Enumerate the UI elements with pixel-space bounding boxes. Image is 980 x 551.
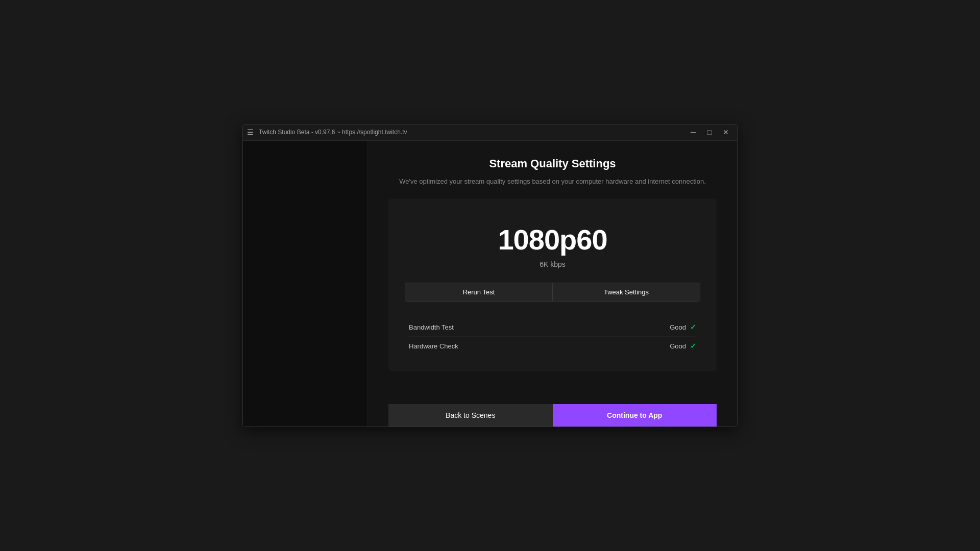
hardware-check-item: Hardware Check Good ✓ bbox=[409, 337, 696, 355]
main-content: Stream Quality Settings We've optimized … bbox=[368, 141, 737, 427]
action-button-row: Rerun Test Tweak Settings bbox=[405, 283, 700, 302]
bandwidth-status-text: Good bbox=[670, 323, 686, 331]
close-icon: ✕ bbox=[723, 128, 729, 136]
app-window: ☰ Twitch Studio Beta - v0.97.6 ~ https:/… bbox=[242, 124, 738, 428]
titlebar-controls: ─ □ ✕ bbox=[686, 127, 733, 138]
check-list: Bandwidth Test Good ✓ Hardware Check Goo… bbox=[405, 318, 700, 355]
hardware-check-status: Good ✓ bbox=[670, 342, 696, 350]
titlebar-left: ☰ Twitch Studio Beta - v0.97.6 ~ https:/… bbox=[247, 128, 407, 136]
quality-resolution: 1080p60 bbox=[405, 223, 700, 256]
bandwidth-check-item: Bandwidth Test Good ✓ bbox=[409, 318, 696, 337]
bandwidth-check-label: Bandwidth Test bbox=[409, 323, 454, 331]
tweak-settings-button[interactable]: Tweak Settings bbox=[553, 283, 700, 301]
footer-buttons: Back to Scenes Continue to App bbox=[388, 404, 717, 427]
spacer bbox=[388, 371, 717, 392]
close-button[interactable]: ✕ bbox=[719, 127, 733, 138]
menu-icon[interactable]: ☰ bbox=[247, 128, 254, 136]
bandwidth-check-status: Good ✓ bbox=[670, 323, 696, 331]
hardware-check-label: Hardware Check bbox=[409, 342, 458, 350]
hardware-check-icon: ✓ bbox=[690, 342, 696, 350]
minimize-icon: ─ bbox=[691, 128, 696, 136]
window-content: Stream Quality Settings We've optimized … bbox=[243, 141, 737, 427]
minimize-button[interactable]: ─ bbox=[686, 127, 700, 138]
maximize-button[interactable]: □ bbox=[702, 127, 717, 138]
titlebar: ☰ Twitch Studio Beta - v0.97.6 ~ https:/… bbox=[243, 124, 737, 141]
maximize-icon: □ bbox=[707, 128, 712, 136]
sidebar bbox=[243, 141, 368, 427]
page-subtitle: We've optimized your stream quality sett… bbox=[388, 177, 717, 187]
rerun-test-button[interactable]: Rerun Test bbox=[405, 283, 553, 301]
page-title: Stream Quality Settings bbox=[388, 157, 717, 170]
back-to-scenes-button[interactable]: Back to Scenes bbox=[388, 404, 553, 427]
continue-to-app-button[interactable]: Continue to App bbox=[553, 404, 717, 427]
hardware-status-text: Good bbox=[670, 342, 686, 350]
titlebar-title: Twitch Studio Beta - v0.97.6 ~ https://s… bbox=[259, 129, 407, 136]
bandwidth-check-icon: ✓ bbox=[690, 323, 696, 331]
quality-bitrate: 6K kbps bbox=[405, 260, 700, 268]
quality-card: 1080p60 6K kbps Rerun Test Tweak Setting… bbox=[388, 198, 717, 371]
